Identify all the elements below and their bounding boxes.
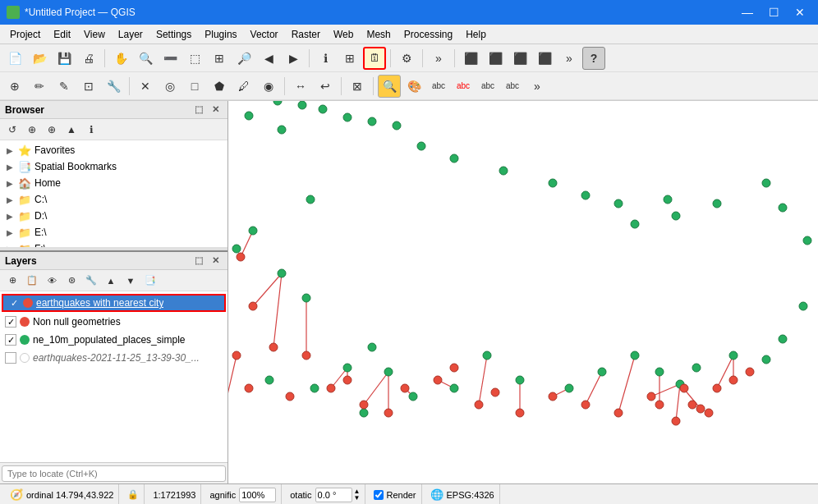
menu-edit[interactable]: Edit [47, 27, 77, 42]
attr-table-button[interactable]: 🗓 [363, 47, 386, 70]
select-table-button[interactable]: ⊞ [338, 47, 361, 70]
menu-raster[interactable]: Raster [285, 27, 327, 42]
menu-processing[interactable]: Processing [398, 27, 459, 42]
minimize-button[interactable]: — [736, 2, 759, 22]
tb2-abc1[interactable]: abc [427, 75, 450, 98]
nav-btn4[interactable]: ⬛ [533, 47, 556, 70]
browser-d[interactable]: ▶ 📁 D:\ [0, 208, 227, 224]
zoom-full-button[interactable]: ⬚ [183, 47, 206, 70]
layers-group[interactable]: 📑 [141, 272, 159, 290]
tb2-select-freehand[interactable]: 🖊 [232, 75, 255, 98]
zoom-out-button[interactable]: ➖ [159, 47, 182, 70]
tb2-more[interactable]: » [526, 75, 549, 98]
browser-refresh[interactable]: ↺ [3, 121, 21, 139]
menu-layer[interactable]: Layer [112, 27, 149, 42]
layers-settings[interactable]: 🔧 [82, 272, 100, 290]
browser-e[interactable]: ▶ 📁 E:\ [0, 224, 227, 241]
layers-close[interactable]: ✕ [208, 254, 223, 268]
tb2-cross[interactable]: ✕ [134, 75, 157, 98]
layers-add[interactable]: ⊕ [3, 272, 21, 290]
render-checkbox[interactable] [374, 490, 384, 500]
rotation-input[interactable] [315, 488, 352, 502]
tb2-abc3[interactable]: abc [476, 75, 499, 98]
browser-collapse-all[interactable]: ▲ [62, 121, 80, 139]
nav-btn2[interactable]: ⬛ [484, 47, 507, 70]
new-project-button[interactable]: 📄 [3, 47, 26, 70]
browser-info[interactable]: ℹ [82, 121, 100, 139]
tb2-digitize[interactable]: ✎ [53, 75, 76, 98]
layer-3-checkbox[interactable]: ✓ [5, 334, 16, 346]
save-button[interactable]: 💾 [53, 47, 76, 70]
layers-move-down[interactable]: ▼ [122, 272, 140, 290]
toolbar1-more[interactable]: » [427, 47, 450, 70]
tb2-node[interactable]: ⊡ [77, 75, 100, 98]
layers-collapse[interactable]: ⬚ [191, 254, 206, 268]
identify-button[interactable]: ℹ [314, 47, 337, 70]
tb2-edit[interactable]: ✏ [28, 75, 51, 98]
layers-filter[interactable]: ⊛ [62, 272, 80, 290]
close-button[interactable]: ✕ [788, 2, 811, 22]
menu-plugins[interactable]: Plugins [198, 27, 243, 42]
tb2-search[interactable]: 🔍 [378, 75, 401, 98]
tb2-abc2[interactable]: abc [452, 75, 475, 98]
layer-earthquakes-csv[interactable]: earthquakes-2021-11-25_13-39-30_... [0, 349, 227, 367]
zoom-next-button[interactable]: ▶ [282, 47, 305, 70]
tb2-abc4[interactable]: abc [501, 75, 524, 98]
tb2-move[interactable]: ↔ [289, 75, 312, 98]
menu-web[interactable]: Web [327, 27, 360, 42]
rotation-down[interactable]: ▼ [354, 495, 361, 502]
title-bar-controls[interactable]: — ☐ ✕ [736, 2, 811, 22]
tb2-select-radius[interactable]: ◉ [257, 75, 280, 98]
browser-bookmarks[interactable]: ▶ 📑 Spatial Bookmarks [0, 158, 227, 175]
tb2-select-rect[interactable]: □ [183, 75, 206, 98]
browser-f[interactable]: ▶ 📁 F:\ [0, 241, 227, 247]
zoom-selected-button[interactable]: ⊞ [208, 47, 231, 70]
browser-home[interactable]: ▶ 🏠 Home [0, 175, 227, 191]
layer-populated[interactable]: ✓ ne_10m_populated_places_simple [0, 331, 227, 349]
layers-move-up[interactable]: ▲ [102, 272, 120, 290]
settings-button[interactable]: ⚙ [395, 47, 418, 70]
layer-earthquakes-nearest[interactable]: ✓ earthquakes with nearest city [2, 294, 226, 312]
tb2-color1[interactable]: 🎨 [402, 75, 425, 98]
browser-close[interactable]: ✕ [208, 103, 223, 117]
tb2-add-layer[interactable]: ⊕ [3, 75, 26, 98]
layers-duplicate[interactable]: 📋 [23, 272, 41, 290]
nav-btn1[interactable]: ⬛ [459, 47, 482, 70]
maximize-button[interactable]: ☐ [762, 2, 785, 22]
crs-display[interactable]: 🌐 EPSG:4326 [425, 484, 500, 504]
toolbar2-more[interactable]: » [558, 47, 581, 70]
tb2-select-poly[interactable]: ⬟ [208, 75, 231, 98]
menu-mesh[interactable]: Mesh [360, 27, 397, 42]
menu-help[interactable]: Help [459, 27, 493, 42]
magnify-input[interactable] [239, 488, 276, 502]
pan-button[interactable]: ✋ [109, 47, 132, 70]
menu-view[interactable]: View [77, 27, 112, 42]
layer-1-checkbox[interactable]: ✓ [8, 297, 20, 309]
nav-btn3[interactable]: ⬛ [508, 47, 531, 70]
open-project-button[interactable]: 📂 [28, 47, 51, 70]
tb2-select-all[interactable]: ◎ [159, 75, 182, 98]
layer-2-checkbox[interactable]: ✓ [5, 316, 16, 328]
layers-visibility[interactable]: 👁 [43, 272, 61, 290]
scale-display[interactable]: 1:1721993 [148, 484, 201, 504]
help-button[interactable]: ? [582, 47, 605, 70]
tb2-rotate[interactable]: ↩ [314, 75, 337, 98]
tb2-tools[interactable]: 🔧 [102, 75, 125, 98]
menu-project[interactable]: Project [3, 27, 47, 42]
browser-favorites[interactable]: ▶ ⭐ Favorites [0, 142, 227, 158]
layer-4-checkbox[interactable] [5, 352, 16, 364]
zoom-prev-button[interactable]: ◀ [257, 47, 280, 70]
browser-collapse[interactable]: ⬚ [191, 103, 206, 117]
save-as-button[interactable]: 🖨 [77, 47, 100, 70]
browser-filter[interactable]: ⊕ [43, 121, 61, 139]
map-canvas[interactable] [228, 101, 818, 483]
browser-c[interactable]: ▶ 📁 C:\ [0, 191, 227, 208]
layer-non-null[interactable]: ✓ Non null geometries [0, 313, 227, 331]
zoom-in-button[interactable]: 🔍 [134, 47, 157, 70]
rotation-spinner[interactable]: ▲ ▼ [354, 488, 361, 502]
locate-input[interactable] [2, 465, 226, 482]
zoom-layer-button[interactable]: 🔎 [232, 47, 255, 70]
browser-add-layer[interactable]: ⊕ [23, 121, 41, 139]
tb2-snap[interactable]: ⊠ [346, 75, 369, 98]
menu-settings[interactable]: Settings [149, 27, 198, 42]
